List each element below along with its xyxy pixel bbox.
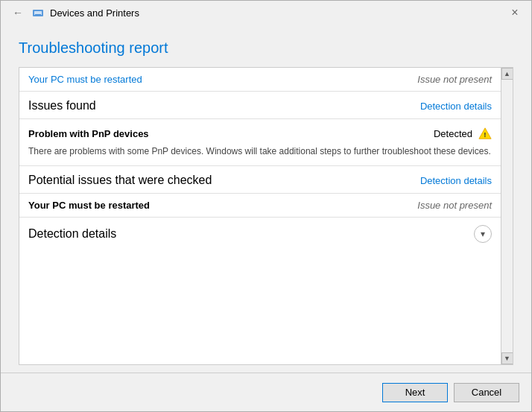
top-restart-row: Your PC must be restarted Issue not pres… (19, 68, 501, 92)
pnp-status-text: Detected (434, 128, 472, 139)
title-bar-left: ← Devices and Printers (10, 5, 139, 20)
devices-printers-icon (32, 7, 44, 19)
scroll-down-arrow[interactable]: ▼ (501, 352, 513, 364)
title-bar: ← Devices and Printers × (1, 1, 531, 25)
warning-icon: ! (478, 127, 492, 140)
window-title: Devices and Printers (50, 7, 139, 19)
potential-pc-restart-title: Your PC must be restarted (28, 200, 150, 211)
report-scroll-content[interactable]: Your PC must be restarted Issue not pres… (19, 68, 501, 364)
back-icon: ← (13, 7, 23, 19)
potential-pc-restart-row: Your PC must be restarted Issue not pres… (19, 194, 501, 218)
svg-text:!: ! (484, 130, 486, 139)
scrollbar: ▲ ▼ (501, 68, 513, 364)
svg-rect-2 (35, 14, 41, 15)
potential-detection-link[interactable]: Detection details (420, 175, 492, 186)
potential-pc-restart-status: Issue not present (417, 200, 492, 211)
window: ← Devices and Printers × Troubleshooting… (0, 0, 532, 412)
chevron-down-icon: ▾ (481, 229, 485, 239)
pnp-issue-row: Problem with PnP devices Detected ! Ther… (19, 119, 501, 166)
top-restart-link[interactable]: Your PC must be restarted (28, 74, 142, 85)
pnp-issue-desc: There are problems with some PnP devices… (28, 145, 492, 158)
detection-details-title: Detection details (28, 227, 116, 241)
close-button[interactable]: × (504, 2, 525, 23)
issues-detection-link[interactable]: Detection details (420, 101, 492, 112)
scroll-down-icon: ▼ (504, 355, 510, 362)
page-title: Troubleshooting report (19, 39, 513, 57)
next-button[interactable]: Next (382, 383, 448, 402)
issues-found-title: Issues found (28, 99, 96, 112)
cancel-button[interactable]: Cancel (454, 383, 519, 402)
scroll-up-arrow[interactable]: ▲ (501, 68, 513, 80)
potential-issues-title: Potential issues that were checked (28, 174, 212, 187)
detection-details-chevron[interactable]: ▾ (474, 225, 492, 243)
pnp-issue-header: Problem with PnP devices Detected ! (28, 127, 492, 140)
content-area: Troubleshooting report Your PC must be r… (1, 25, 531, 373)
scroll-track[interactable] (501, 80, 513, 352)
scroll-up-icon: ▲ (504, 70, 510, 77)
detection-details-row: Detection details ▾ (19, 218, 501, 249)
issues-found-header: Issues found Detection details (19, 92, 501, 119)
potential-issues-header: Potential issues that were checked Detec… (19, 166, 501, 194)
pnp-issue-title: Problem with PnP devices (28, 128, 149, 139)
top-restart-status: Issue not present (417, 74, 492, 85)
back-button[interactable]: ← (10, 5, 26, 20)
pnp-status-area: Detected ! (434, 127, 492, 140)
bottom-bar: Next Cancel (1, 373, 531, 411)
report-panel: Your PC must be restarted Issue not pres… (19, 67, 513, 365)
